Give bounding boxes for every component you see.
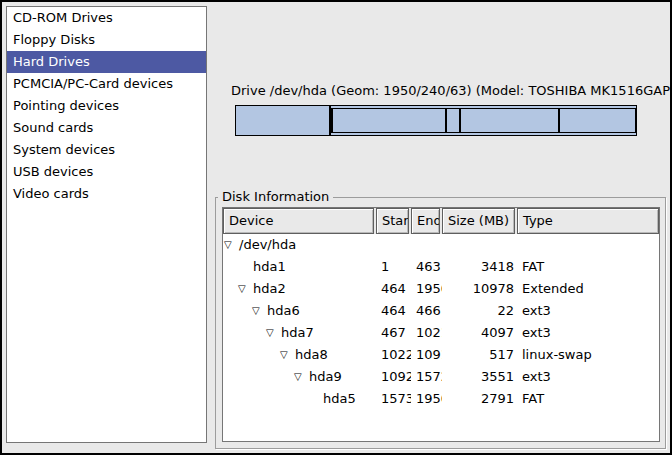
- device-cell: ▽ hda6: [223, 300, 376, 322]
- sidebar-item-pointing-devices[interactable]: Pointing devices: [7, 95, 206, 117]
- sidebar-item-label: PCMCIA/PC-Card devices: [13, 76, 173, 91]
- device-label: hda7: [281, 322, 314, 344]
- expander-icon[interactable]: ▽: [238, 278, 253, 300]
- sidebar-item-label: Floppy Disks: [13, 32, 95, 47]
- expander-icon[interactable]: ▽: [280, 344, 295, 366]
- sidebar-item-label: Hard Drives: [13, 54, 90, 69]
- table-row-hda6[interactable]: ▽ hda6 464 466 22 ext3: [223, 300, 659, 322]
- type-cell: ext3: [517, 300, 659, 322]
- sidebar-item-hard-drives[interactable]: Hard Drives: [7, 51, 206, 73]
- expander-icon[interactable]: ▽: [294, 366, 309, 388]
- size-cell: 10978: [442, 278, 517, 300]
- size-cell: 2791: [442, 388, 517, 410]
- device-label: hda8: [295, 344, 328, 366]
- column-header-device[interactable]: Device: [223, 208, 374, 234]
- type-cell: FAT: [517, 256, 659, 278]
- start-cell: [376, 234, 411, 256]
- sidebar-item-label: Sound cards: [13, 120, 93, 135]
- partition-segment-hda5: [559, 108, 636, 133]
- start-cell: 1022: [376, 344, 411, 366]
- size-cell: 3551: [442, 366, 517, 388]
- end-cell: 1091: [411, 344, 442, 366]
- device-category-list: CD-ROM Drives Floppy Disks Hard Drives P…: [6, 6, 207, 443]
- column-header-start[interactable]: Start: [376, 208, 409, 234]
- start-cell: 464: [376, 300, 411, 322]
- partition-segment-hda8: [446, 108, 460, 133]
- device-label: hda2: [253, 278, 286, 300]
- expander-icon[interactable]: ▽: [252, 300, 267, 322]
- device-cell: ▽ hda8: [223, 344, 376, 366]
- expander-icon[interactable]: ▽: [266, 322, 281, 344]
- partition-bar: [235, 105, 637, 136]
- start-cell: 464: [376, 278, 411, 300]
- sidebar-item-label: CD-ROM Drives: [13, 10, 113, 25]
- table-row-hda2[interactable]: ▽ hda2 464 1950 10978 Extended: [223, 278, 659, 300]
- disk-information-groupbox: Disk Information Device Start End Size (…: [215, 197, 666, 449]
- device-cell: hda1: [223, 256, 376, 278]
- partition-segment-hda1: [235, 105, 330, 136]
- size-cell: [442, 234, 517, 256]
- size-cell: 517: [442, 344, 517, 366]
- device-cell: ▽ /dev/hda: [223, 234, 376, 256]
- size-cell: 22: [442, 300, 517, 322]
- sidebar-item-system-devices[interactable]: System devices: [7, 139, 206, 161]
- table-row-hda1[interactable]: hda1 1 463 3418 FAT: [223, 256, 659, 278]
- device-cell: hda5: [223, 388, 376, 410]
- type-cell: [517, 234, 659, 256]
- disk-table-header: Device Start End Size (MB) Type: [223, 208, 659, 234]
- hardware-browser-window: CD-ROM Drives Floppy Disks Hard Drives P…: [0, 0, 672, 455]
- device-label: hda5: [323, 388, 356, 410]
- size-cell: 4097: [442, 322, 517, 344]
- partition-segment-hda9: [460, 108, 559, 133]
- start-cell: 1573: [376, 388, 411, 410]
- drive-title: Drive /dev/hda (Geom: 1950/240/63) (Mode…: [231, 83, 637, 98]
- start-cell: 467: [376, 322, 411, 344]
- sidebar-item-label: System devices: [13, 142, 115, 157]
- device-label: hda1: [253, 256, 286, 278]
- start-cell: 1: [376, 256, 411, 278]
- type-cell: FAT: [517, 388, 659, 410]
- sidebar-item-pcmcia-pc-card-devices[interactable]: PCMCIA/PC-Card devices: [7, 73, 206, 95]
- device-cell: ▽ hda9: [223, 366, 376, 388]
- partition-segment-hda2: [330, 105, 637, 136]
- column-header-size-mb[interactable]: Size (MB): [442, 208, 515, 234]
- end-cell: 463: [411, 256, 442, 278]
- end-cell: 466: [411, 300, 442, 322]
- sidebar-item-video-cards[interactable]: Video cards: [7, 183, 206, 205]
- device-label: hda6: [267, 300, 300, 322]
- table-row-hda7[interactable]: ▽ hda7 467 1021 4097 ext3: [223, 322, 659, 344]
- end-cell: 1950: [411, 278, 442, 300]
- table-row-hda8[interactable]: ▽ hda8 1022 1091 517 linux-swap: [223, 344, 659, 366]
- column-header-end[interactable]: End: [411, 208, 440, 234]
- device-label: /dev/hda: [239, 234, 296, 256]
- disk-table-body: ▽ /dev/hda hda1 1 463 3418 FAT ▽ hda2 46…: [223, 234, 659, 410]
- expander-icon[interactable]: ▽: [224, 234, 239, 256]
- sidebar-item-floppy-disks[interactable]: Floppy Disks: [7, 29, 206, 51]
- type-cell: ext3: [517, 322, 659, 344]
- disk-table: Device Start End Size (MB) Type ▽ /dev/h…: [222, 207, 660, 442]
- disk-information-label: Disk Information: [218, 189, 333, 205]
- end-cell: 1572: [411, 366, 442, 388]
- partition-segment-hda7: [332, 108, 446, 133]
- size-cell: 3418: [442, 256, 517, 278]
- type-cell: Extended: [517, 278, 659, 300]
- device-cell: ▽ hda2: [223, 278, 376, 300]
- sidebar-item-cd-rom-drives[interactable]: CD-ROM Drives: [7, 7, 206, 29]
- type-cell: ext3: [517, 366, 659, 388]
- end-cell: 1950: [411, 388, 442, 410]
- sidebar-item-usb-devices[interactable]: USB devices: [7, 161, 206, 183]
- device-cell: ▽ hda7: [223, 322, 376, 344]
- column-header-type[interactable]: Type: [517, 208, 659, 234]
- table-row-dev-hda[interactable]: ▽ /dev/hda: [223, 234, 659, 256]
- sidebar-item-sound-cards[interactable]: Sound cards: [7, 117, 206, 139]
- type-cell: linux-swap: [517, 344, 659, 366]
- start-cell: 1092: [376, 366, 411, 388]
- table-row-hda9[interactable]: ▽ hda9 1092 1572 3551 ext3: [223, 366, 659, 388]
- end-cell: [411, 234, 442, 256]
- sidebar-item-label: USB devices: [13, 164, 93, 179]
- end-cell: 1021: [411, 322, 442, 344]
- sidebar-item-label: Video cards: [13, 186, 89, 201]
- device-label: hda9: [309, 366, 342, 388]
- sidebar-item-label: Pointing devices: [13, 98, 119, 113]
- table-row-hda5[interactable]: hda5 1573 1950 2791 FAT: [223, 388, 659, 410]
